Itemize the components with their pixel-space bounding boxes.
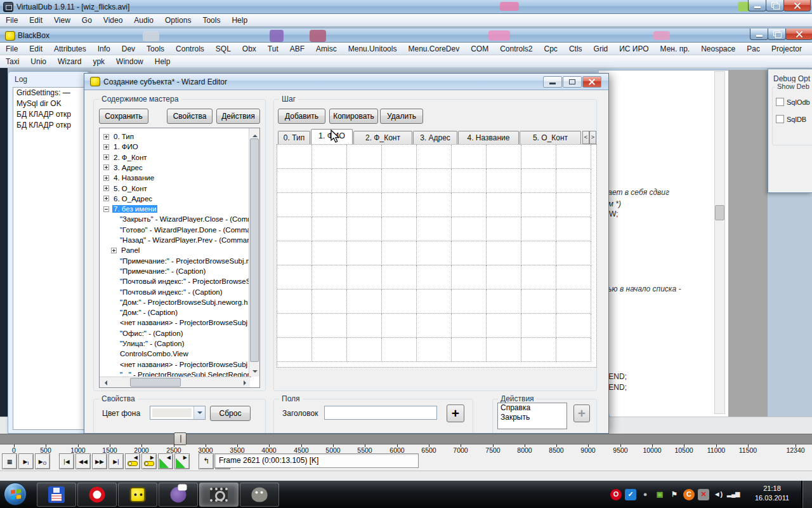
menu-item-com[interactable]: COM — [465, 43, 494, 56]
menu-item-grid[interactable]: Grid — [588, 43, 614, 56]
menu-item-ctls[interactable]: Ctls — [563, 43, 588, 56]
menu-item-controls[interactable]: Controls — [170, 43, 210, 56]
expand-icon[interactable] — [111, 248, 117, 253]
menu-item-controls2[interactable]: Controls2 — [494, 43, 538, 56]
menu-item-pac[interactable]: Pac — [741, 43, 766, 56]
menu-item-video[interactable]: Video — [98, 15, 128, 27]
pidgin-app-button[interactable] — [159, 483, 198, 507]
tree-item-label[interactable]: Panel — [120, 246, 141, 254]
step-forward-button[interactable]: ▶▶ — [92, 453, 107, 469]
tree-row[interactable]: 7. без имени — [103, 204, 157, 214]
step-tab-3-адрес[interactable]: 3. Адрес — [413, 131, 457, 144]
tree-row[interactable]: 1. ФИО — [103, 142, 140, 152]
tree-row[interactable]: "Примечание:" - (Caption) — [111, 266, 207, 276]
actions-listbox[interactable]: СправкаЗакрыть — [497, 403, 567, 429]
stop-button[interactable]: ▦ — [2, 453, 17, 469]
checkbox-sqldb[interactable]: SqlDB — [776, 115, 806, 123]
tree-row[interactable]: "Закрыть" - WizardPlayer.Close - (Comm — [111, 214, 255, 224]
tree-item-label[interactable]: 4. Название — [112, 174, 155, 182]
tree-item-label[interactable]: "Улица:" - (Caption) — [119, 340, 186, 347]
scroll-down-icon[interactable] — [252, 370, 258, 375]
tree-vertical-scrollbar[interactable] — [249, 128, 259, 377]
tree-row[interactable]: "Почтовый индекс:" - (Caption) — [111, 287, 224, 297]
step-back-button[interactable]: ◀◀ — [75, 453, 91, 469]
collapse-icon[interactable] — [103, 206, 109, 212]
tree-item-label[interactable]: "Почтовый индекс:" - ProjectorBrowseS — [119, 277, 252, 285]
menu-item-menu-unitools[interactable]: Menu.Unitools — [343, 43, 403, 56]
menu-item-unio[interactable]: Unio — [25, 56, 52, 69]
menu-item-sql[interactable]: SQL — [210, 43, 237, 56]
tab-scroll-right-button[interactable]: > — [589, 131, 596, 144]
tree-row[interactable]: "Примечание:" - ProjectorBrowseSubj.n — [111, 256, 251, 266]
go-end-button[interactable]: ▶| — [108, 453, 124, 469]
menu-item-help[interactable]: Help — [149, 56, 176, 69]
menu-item-taxi[interactable]: Taxi — [0, 56, 25, 69]
expand-icon[interactable] — [103, 144, 109, 150]
tree-item-label[interactable]: 0. Тип — [112, 133, 135, 140]
tree-row[interactable]: "Почтовый индекс:" - ProjectorBrowseS — [111, 276, 252, 286]
tree-item-label[interactable]: 7. без имени — [112, 205, 157, 213]
scrollbar-thumb[interactable] — [130, 378, 181, 387]
tree-row[interactable]: "Офис:" - (Caption) — [111, 328, 184, 338]
play-input-button[interactable]: ▶I — [18, 453, 34, 469]
tree-row[interactable]: 3. Адрес — [103, 163, 144, 173]
menu-item-tools[interactable]: Tools — [197, 15, 226, 27]
signal-tray-icon[interactable]: ▂▄▆ — [727, 489, 738, 500]
menu-item-help[interactable]: Help — [226, 15, 253, 27]
menu-item-audio[interactable]: Audio — [128, 15, 159, 27]
step-tab-0-тип[interactable]: 0. Тип — [278, 131, 310, 144]
chevron-down-icon[interactable] — [193, 406, 205, 419]
go-start-button[interactable]: |◀ — [59, 453, 74, 469]
scrollbar-thumb[interactable] — [250, 138, 259, 362]
opera-app-button[interactable] — [77, 483, 117, 507]
reset-button[interactable]: Сброс — [210, 406, 251, 421]
menu-item-view[interactable]: View — [48, 15, 76, 27]
tree-row[interactable]: "Дом:" - (Caption) — [111, 307, 179, 318]
action-item-закрыть[interactable]: Закрыть — [498, 413, 566, 422]
virtualdub-app-button[interactable] — [199, 483, 239, 507]
menu-item-abf[interactable]: ABF — [284, 43, 310, 56]
step-layout-grid[interactable] — [277, 144, 597, 368]
taskbar-clock[interactable]: 21:18 16.03.2011 — [749, 484, 796, 503]
tree-row[interactable]: 5. О_Конт — [103, 184, 148, 194]
scroll-right-icon[interactable] — [244, 380, 249, 385]
menu-item-dev[interactable]: Dev — [116, 43, 141, 56]
menu-item-cpc[interactable]: Cpc — [539, 43, 563, 56]
expand-icon[interactable] — [103, 134, 109, 140]
tree-item-label[interactable]: "Готово" - WizardPlayer.Done - (Comma — [119, 226, 252, 234]
scroll-up-icon[interactable] — [252, 132, 258, 137]
tree-item-label[interactable]: "Примечание:" - (Caption) — [119, 267, 207, 275]
timeline-slider-track[interactable] — [0, 434, 812, 444]
add-field-button[interactable]: + — [447, 404, 464, 422]
tab-scroll-left-button[interactable]: < — [582, 131, 589, 144]
menu-item-ис-иро[interactable]: ИС ИРО — [613, 43, 654, 56]
menu-item-мен-пр[interactable]: Мен. пр. — [655, 43, 696, 56]
menu-item-options[interactable]: Options — [159, 15, 197, 27]
start-button[interactable] — [4, 483, 27, 505]
tree-item-label[interactable]: "Дом:" - (Caption) — [119, 309, 179, 316]
checkbox-sqlodb[interactable]: SqlOdb — [776, 98, 810, 106]
caption-input[interactable] — [324, 406, 437, 420]
volume-tray-icon[interactable]: ◄) — [712, 489, 724, 500]
prev-scene-button[interactable]: ◀ — [158, 453, 173, 469]
next-scene-button[interactable]: ▶ — [174, 453, 190, 469]
добавить-button[interactable]: Добавить — [278, 109, 325, 124]
tree-item-label[interactable]: "Закрыть" - WizardPlayer.Close - (Comm — [119, 215, 255, 223]
expand-icon[interactable] — [103, 196, 109, 201]
bg-color-combobox[interactable] — [150, 406, 206, 420]
menu-item-wizard[interactable]: Wizard — [52, 56, 87, 69]
tree-row[interactable]: 6. О_Адрес — [103, 194, 154, 204]
menu-item-window[interactable]: Window — [110, 56, 149, 69]
gimp-app-button[interactable] — [240, 483, 279, 507]
step-tab-4-название[interactable]: 4. Название — [458, 131, 519, 144]
tree-row[interactable]: 2. Ф_Конт — [103, 152, 148, 163]
tree-item-label[interactable]: "Офис:" - (Caption) — [119, 330, 184, 337]
menu-item-menu-coredev[interactable]: Menu.CoreDev — [402, 43, 465, 56]
show-desktop-button[interactable] — [801, 481, 812, 508]
tree-item-label[interactable]: 6. О_Адрес — [112, 195, 154, 203]
minimize-button[interactable] — [543, 76, 562, 88]
next-keyframe-button[interactable]: ▶ — [141, 453, 157, 469]
play-output-button[interactable]: ▶O — [35, 453, 50, 469]
timeline-slider-thumb[interactable] — [174, 432, 187, 445]
menu-item-attributes[interactable]: Attributes — [48, 43, 92, 56]
